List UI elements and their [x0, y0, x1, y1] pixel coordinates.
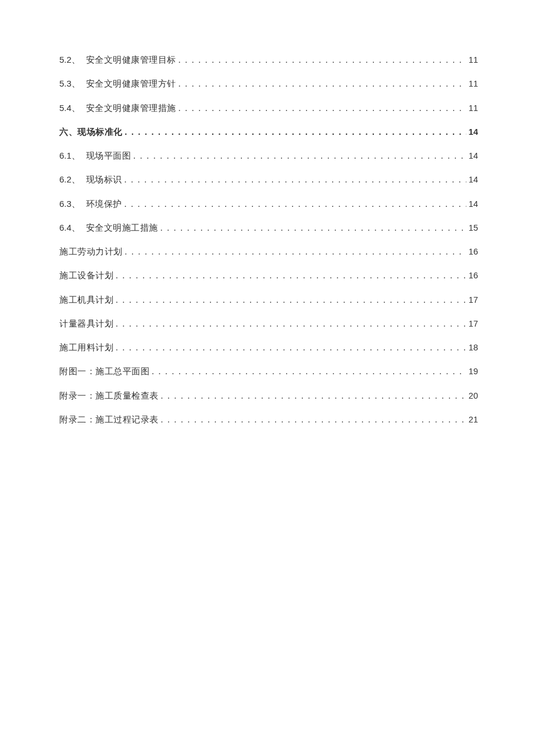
toc-entry: 6.4、安全文明施工措施15	[59, 221, 478, 235]
toc-entry: 5.4、安全文明健康管理措施11	[59, 102, 478, 115]
toc-entry-number: 5.3、	[59, 77, 80, 91]
toc-entry: 施工劳动力计划16	[59, 245, 478, 259]
toc-entry-title: 安全文明施工措施	[86, 221, 158, 235]
toc-leader-dots	[116, 269, 466, 282]
toc-entry-title: 安全文明健康管理措施	[86, 102, 176, 115]
toc-entry-title: 安全文明健康管理目标	[86, 53, 176, 67]
toc-entry-title: 施工劳动力计划	[59, 245, 123, 259]
toc-entry-title: 附录二：施工过程记录表	[59, 413, 159, 427]
toc-leader-dots	[133, 149, 466, 163]
toc-entry-page: 14	[469, 150, 478, 163]
toc-entry: 6.2、现场标识14	[59, 173, 478, 187]
toc-entry-page: 14	[469, 126, 478, 139]
toc-entry-page: 21	[469, 414, 478, 427]
toc-entry-number: 6.2、	[59, 173, 80, 187]
toc-entry-title: 安全文明健康管理方针	[86, 77, 176, 91]
toc-entry: 施工用料计划18	[59, 341, 478, 354]
toc-entry: 附录二：施工过程记录表21	[59, 413, 478, 427]
toc-entry-title: 附图一：施工总平面图	[59, 365, 149, 378]
toc-entry-number: 6.1、	[59, 149, 80, 163]
toc-entry-number: 6.4、	[59, 221, 80, 235]
toc-leader-dots	[124, 198, 466, 211]
toc-entry: 附录一：施工质量检查表20	[59, 389, 478, 403]
toc-entry: 附图一：施工总平面图19	[59, 365, 478, 378]
toc-entry: 6.3、环境保护14	[59, 198, 478, 211]
toc-leader-dots	[161, 389, 466, 403]
toc-leader-dots	[125, 126, 466, 139]
toc-entry-number: 5.2、	[59, 53, 80, 67]
toc-leader-dots	[116, 341, 466, 354]
toc-entry-title: 现场标识	[86, 173, 122, 187]
toc-entry-page: 14	[469, 198, 478, 211]
toc-entry-page: 14	[469, 174, 478, 187]
toc-entry-title: 附录一：施工质量检查表	[59, 389, 159, 403]
toc-entry-page: 11	[469, 78, 478, 91]
toc-entry-title: 施工用料计划	[59, 341, 113, 354]
toc-entry-page: 17	[469, 318, 478, 331]
toc-entry-page: 20	[469, 390, 478, 403]
toc-entry-page: 15	[469, 222, 478, 235]
toc-leader-dots	[125, 245, 466, 259]
toc-leader-dots	[160, 221, 466, 235]
toc-entry: 六、现场标准化14	[59, 126, 478, 139]
toc-leader-dots	[179, 77, 466, 91]
toc-entry: 5.3、安全文明健康管理方针11	[59, 77, 478, 91]
toc-entry: 计量器具计划17	[59, 317, 478, 331]
toc-leader-dots	[179, 53, 466, 67]
toc-entry: 施工机具计划17	[59, 293, 478, 307]
toc-entry-page: 16	[469, 246, 478, 259]
toc-entry: 5.2、安全文明健康管理目标11	[59, 53, 478, 67]
toc-leader-dots	[161, 413, 466, 427]
toc-leader-dots	[179, 102, 466, 115]
toc-entry-title: 施工设备计划	[59, 269, 113, 282]
toc-entry: 施工设备计划16	[59, 269, 478, 282]
table-of-contents: 5.2、安全文明健康管理目标115.3、安全文明健康管理方针115.4、安全文明…	[59, 53, 478, 427]
toc-entry-title: 现场平面图	[86, 149, 131, 163]
toc-leader-dots	[152, 365, 466, 378]
toc-entry-page: 19	[469, 366, 478, 378]
toc-entry-title: 环境保护	[86, 198, 122, 211]
toc-entry-title: 计量器具计划	[59, 317, 113, 331]
toc-entry-page: 17	[469, 294, 478, 307]
toc-entry-page: 16	[469, 270, 478, 282]
toc-entry: 6.1、现场平面图14	[59, 149, 478, 163]
toc-leader-dots	[116, 317, 466, 331]
toc-leader-dots	[116, 293, 466, 307]
toc-entry-number: 5.4、	[59, 102, 80, 115]
toc-entry-title: 施工机具计划	[59, 293, 113, 307]
toc-entry-page: 11	[469, 102, 478, 115]
toc-entry-page: 18	[469, 342, 478, 354]
toc-entry-number: 6.3、	[59, 198, 80, 211]
toc-leader-dots	[124, 173, 466, 187]
toc-entry-page: 11	[469, 54, 478, 67]
toc-entry-title: 六、现场标准化	[59, 126, 123, 139]
